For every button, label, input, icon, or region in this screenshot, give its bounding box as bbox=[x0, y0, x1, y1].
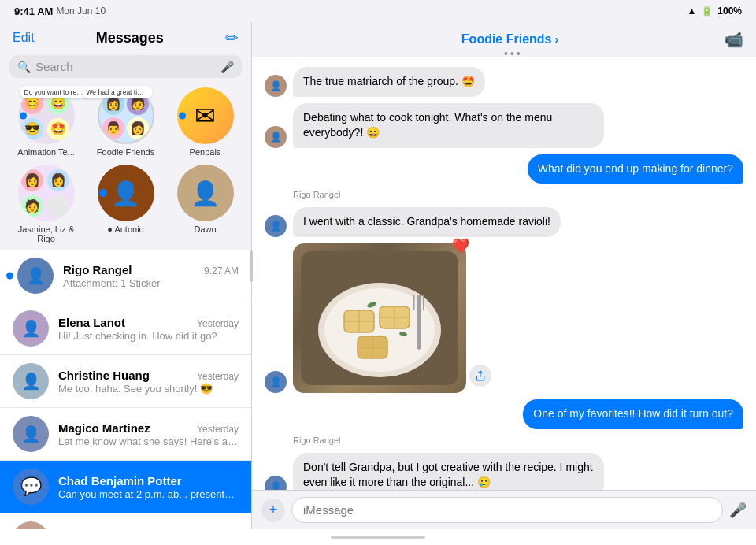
sender-label-rigo-1: Rigo Rangel bbox=[293, 190, 743, 199]
pinned-preview-foodie-friends: We had a great time. Home with... bbox=[82, 86, 153, 98]
message-row-2: 👤 Debating what to cook tonight. What's … bbox=[265, 103, 743, 148]
pinned-label-antonio: ● Antonio bbox=[107, 224, 143, 234]
pinned-row-top: 😊 😄 😎 🤩 Do you want to review all the re… bbox=[9, 87, 242, 157]
pinned-label-jasmine-liz-rigo: Jasmine, Liz & Rigo bbox=[9, 224, 83, 243]
panel-resize-handle[interactable] bbox=[250, 250, 253, 282]
pinned-label-animation-te: Animation Te... bbox=[17, 147, 75, 157]
conv-name-elena-lanot: Elena Lanot bbox=[58, 316, 125, 329]
message-input[interactable] bbox=[291, 497, 723, 523]
pinned-item-animation-te[interactable]: 😊 😄 😎 🤩 Do you want to review all the re… bbox=[9, 87, 83, 157]
image-container[interactable]: ❤️ bbox=[293, 243, 466, 393]
msg-avatar-1: 👤 bbox=[265, 75, 287, 97]
edit-button[interactable]: Edit bbox=[13, 31, 35, 45]
msg-bubble-6: One of my favorites!! How did it turn ou… bbox=[523, 399, 743, 429]
battery-icon: 🔋 bbox=[701, 6, 713, 17]
msg-avatar-7: 👤 bbox=[265, 476, 287, 490]
message-row-4: 👤 I went with a classic. Grandpa's homem… bbox=[265, 207, 743, 237]
conv-item-christine-huang[interactable]: 👤 Christine Huang Yesterday Me too, haha… bbox=[0, 355, 251, 408]
message-row-1: 👤 The true matriarch of the group. 🤩 bbox=[265, 67, 743, 97]
svg-rect-16 bbox=[417, 295, 418, 310]
conv-item-magico-martinez[interactable]: 👤 Magico Martinez Yesterday Let me know … bbox=[0, 408, 251, 461]
pinned-item-penpals[interactable]: ✉ Penpals bbox=[169, 87, 242, 157]
chat-title-area[interactable]: Foodie Friends › bbox=[461, 32, 558, 46]
add-attachment-button[interactable]: + bbox=[261, 499, 285, 522]
pinned-label-foodie-friends: Foodie Friends bbox=[97, 147, 154, 157]
status-date: Mon Jun 10 bbox=[56, 6, 106, 17]
status-bar: 9:41 AM Mon Jun 10 ▲ 🔋 100% bbox=[0, 0, 756, 22]
msg-avatar-2: 👤 bbox=[265, 126, 287, 148]
status-time: 9:41 AM bbox=[14, 6, 53, 17]
ravioli-svg bbox=[301, 251, 458, 385]
pinned-label-penpals: Penpals bbox=[190, 147, 221, 157]
pinned-item-jasmine-liz-rigo[interactable]: 👩 👩 🧑 Jasmine, Liz & Rigo bbox=[9, 165, 83, 243]
conv-avatar-magico-martinez: 👤 bbox=[13, 416, 49, 452]
pinned-row-bottom: 👩 👩 🧑 Jasmine, Liz & Rigo 👤 ● Anto bbox=[9, 165, 242, 243]
conv-time-rigo-rangel: 9:27 AM bbox=[204, 265, 239, 276]
conv-name-magico-martinez: Magico Martinez bbox=[58, 421, 150, 435]
svg-rect-17 bbox=[420, 295, 421, 310]
conv-preview-chad-benjamin-potter: Can you meet at 2 p.m. ab... presentatio… bbox=[58, 488, 239, 500]
pinned-item-foodie-friends[interactable]: 👩 🧑 👨 👩 We had a great time. Home with..… bbox=[89, 87, 162, 157]
conv-item-rigo-rangel[interactable]: 👤 Rigo Rangel 9:27 AM Attachment: 1 Stic… bbox=[0, 250, 251, 302]
share-button[interactable] bbox=[469, 365, 491, 387]
chat-title: Foodie Friends bbox=[461, 32, 552, 46]
battery-level: 100% bbox=[717, 6, 742, 17]
messages-title: Messages bbox=[96, 30, 164, 46]
conv-preview-rigo-rangel: Attachment: 1 Sticker bbox=[63, 277, 239, 289]
wifi-icon: ▲ bbox=[687, 6, 696, 17]
conv-item-elena-lanot[interactable]: 👤 Elena Lanot Yesterday Hi! Just checkin… bbox=[0, 302, 251, 355]
msg-avatar-image: 👤 bbox=[265, 371, 287, 393]
message-input-area: + 🎤 bbox=[252, 490, 756, 529]
messages-sidebar: Edit Messages ✏ 🔍 🎤 😊 😄 😎 🤩 bbox=[0, 22, 252, 529]
sender-label-rigo-2: Rigo Rangel bbox=[293, 436, 743, 445]
search-bar[interactable]: 🔍 🎤 bbox=[9, 55, 242, 78]
top-dots-indicator: ••• bbox=[504, 47, 523, 60]
conv-name-rigo-rangel: Rigo Rangel bbox=[63, 263, 132, 276]
ravioli-image bbox=[293, 243, 466, 393]
chat-panel: ••• Foodie Friends › 📹 👤 The true matria… bbox=[252, 22, 756, 529]
search-input[interactable] bbox=[35, 60, 216, 73]
heart-reaction: ❤️ bbox=[452, 237, 469, 254]
msg-bubble-3: What did you end up making for dinner? bbox=[528, 154, 743, 184]
msg-bubble-7: Don't tell Grandpa, but I got creative w… bbox=[293, 453, 604, 490]
mic-icon[interactable]: 🎤 bbox=[729, 502, 747, 519]
home-bar bbox=[331, 536, 425, 539]
conv-preview-magico-martinez: Let me know what she says! Here's anothe… bbox=[58, 436, 239, 447]
msg-bubble-2: Debating what to cook tonight. What's on… bbox=[293, 103, 604, 148]
svg-rect-18 bbox=[423, 295, 424, 310]
conv-avatar-christine-huang: 👤 bbox=[13, 363, 49, 399]
conv-avatar-jenny-court: 👤 bbox=[13, 521, 49, 529]
pinned-preview-animation-te: Do you want to review all the rend... bbox=[20, 86, 91, 98]
message-row-image: 👤 bbox=[265, 243, 743, 393]
conv-avatar-rigo-rangel: 👤 bbox=[17, 258, 54, 294]
conv-time-christine-huang: Yesterday bbox=[197, 371, 239, 382]
video-call-button[interactable]: 📹 bbox=[724, 30, 743, 49]
message-row-6: One of my favorites!! How did it turn ou… bbox=[265, 399, 743, 429]
sidebar-header: Edit Messages ✏ bbox=[0, 22, 251, 50]
conversation-list: 👤 Rigo Rangel 9:27 AM Attachment: 1 Stic… bbox=[0, 250, 251, 529]
conv-item-chad-benjamin-potter[interactable]: 💬 Chad Benjamin Potter Can you meet at 2… bbox=[0, 461, 251, 513]
home-indicator bbox=[0, 529, 756, 545]
msg-avatar-4: 👤 bbox=[265, 215, 287, 237]
compose-button[interactable]: ✏ bbox=[225, 28, 239, 47]
msg-bubble-4: I went with a classic. Grandpa's homemad… bbox=[293, 207, 561, 237]
conv-preview-elena-lanot: Hi! Just checking in. How did it go? bbox=[58, 330, 239, 342]
conv-avatar-elena-lanot: 👤 bbox=[13, 310, 49, 347]
conv-time-jenny-court: Yesterday bbox=[197, 529, 239, 530]
conv-name-chad-benjamin-potter: Chad Benjamin Potter bbox=[58, 474, 182, 488]
message-row-7: 👤 Don't tell Grandpa, but I got creative… bbox=[265, 453, 743, 490]
conv-item-jenny-court[interactable]: 👤 Jenny Court Yesterday Can't wait to se… bbox=[0, 513, 251, 529]
message-row-3: What did you end up making for dinner? bbox=[265, 154, 743, 184]
search-icon: 🔍 bbox=[17, 61, 31, 73]
messages-area: 👤 The true matriarch of the group. 🤩 👤 D… bbox=[252, 57, 756, 490]
conv-name-christine-huang: Christine Huang bbox=[58, 369, 150, 382]
conv-avatar-chad-benjamin-potter: 💬 bbox=[13, 469, 49, 505]
pinned-label-dawn: Dawn bbox=[194, 224, 216, 234]
conv-name-jenny-court: Jenny Court bbox=[58, 527, 128, 530]
conv-time-magico-martinez: Yesterday bbox=[197, 424, 239, 435]
conv-preview-christine-huang: Me too, haha. See you shortly! 😎 bbox=[58, 383, 239, 395]
pinned-item-antonio[interactable]: 👤 ● Antonio bbox=[89, 165, 162, 243]
pinned-item-dawn[interactable]: 👤 Dawn bbox=[169, 165, 242, 243]
microphone-icon[interactable]: 🎤 bbox=[220, 61, 234, 73]
pinned-conversations: 😊 😄 😎 🤩 Do you want to review all the re… bbox=[0, 84, 251, 250]
